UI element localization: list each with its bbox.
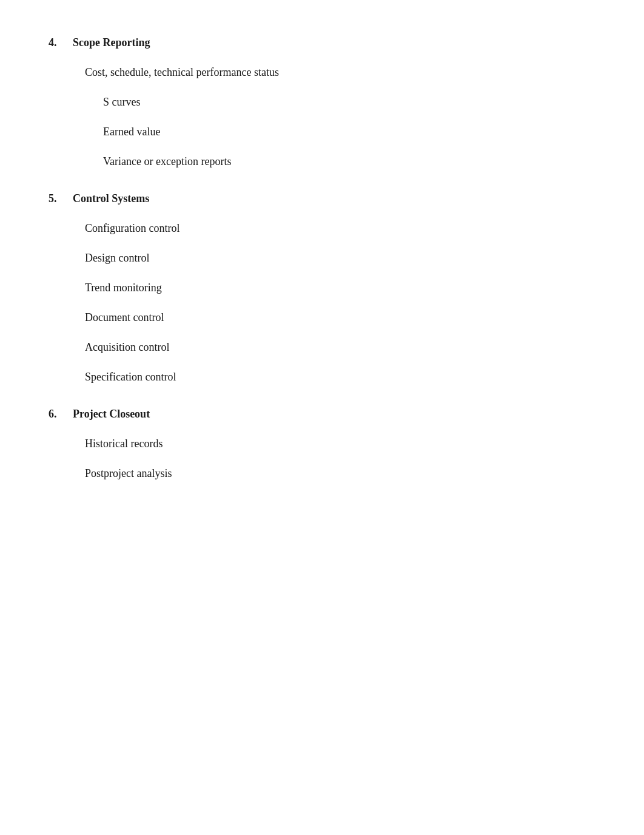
- item-postproject-analysis: Postproject analysis: [85, 467, 595, 480]
- section-5-title: Control Systems: [73, 192, 149, 205]
- sub-variance: Variance or exception reports: [85, 155, 595, 168]
- item-trend-monitoring: Trend monitoring: [85, 282, 595, 294]
- section-5-number: 5.: [49, 192, 65, 205]
- section-6-title: Project Closeout: [73, 408, 150, 421]
- section-6-number: 6.: [49, 408, 65, 421]
- item-design-control: Design control: [85, 252, 595, 265]
- section-6: 6. Project Closeout Historical records P…: [49, 408, 595, 480]
- section-4-number: 4.: [49, 36, 65, 49]
- item-cost-schedule: Cost, schedule, technical performance st…: [85, 66, 595, 79]
- section-4-title: Scope Reporting: [73, 36, 150, 49]
- document-content: 4. Scope Reporting Cost, schedule, techn…: [49, 36, 595, 480]
- item-acquisition-control: Acquisition control: [85, 341, 595, 354]
- item-document-control: Document control: [85, 311, 595, 324]
- item-specification-control: Specification control: [85, 371, 595, 384]
- sub-s-curves: S curves: [85, 96, 595, 109]
- section-5: 5. Control Systems Configuration control…: [49, 192, 595, 384]
- item-config-control: Configuration control: [85, 222, 595, 235]
- item-historical-records: Historical records: [85, 438, 595, 450]
- sub-earned-value: Earned value: [85, 126, 595, 138]
- section-4: 4. Scope Reporting Cost, schedule, techn…: [49, 36, 595, 168]
